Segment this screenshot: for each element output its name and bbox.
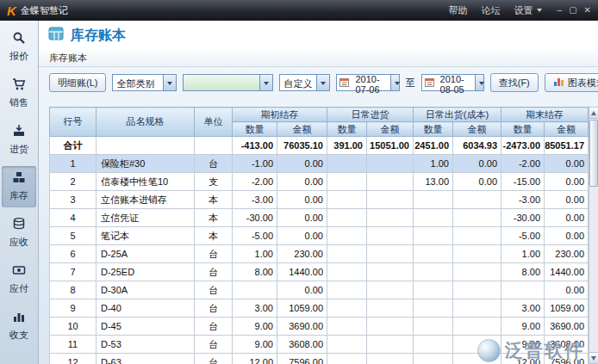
value-cell: [327, 354, 367, 364]
value-cell: [367, 227, 414, 245]
sidebar-item-inventory[interactable]: 库存: [2, 166, 36, 207]
header-daily-purchase: 日常进货: [327, 108, 414, 122]
chevron-down-icon: [259, 75, 272, 90]
header-qty: 数量: [501, 122, 545, 137]
main-content: 库存账本 库存账本 明细账(L) 全部类别 自定义: [39, 21, 598, 364]
date-range-value: 自定义: [280, 75, 316, 90]
sidebar-item-sales[interactable]: 销售: [2, 73, 36, 114]
total-value-cell: 15051.00: [367, 137, 414, 155]
unit-cell: 支: [195, 173, 233, 191]
menu-forum[interactable]: 论坛: [482, 4, 501, 17]
table-zone: 行号 品名规格 单位 期初结存 日常进货 日常出货(成本) 期末结存 数量 金额…: [49, 107, 598, 364]
scroll-up-icon[interactable]: [589, 108, 598, 119]
item-select[interactable]: [183, 74, 273, 91]
value-cell: 1059.00: [277, 299, 327, 318]
find-button[interactable]: 查找(F): [490, 73, 539, 92]
value-cell: [367, 318, 414, 336]
table-row[interactable]: 8D-30A台0.000.00: [50, 281, 589, 299]
value-cell: [414, 281, 453, 299]
value-cell: 7596.00: [277, 354, 327, 364]
unit-cell: 台: [195, 318, 233, 336]
item-name-cell: 立信凭证: [97, 209, 195, 227]
chart-mode-button[interactable]: 图表模式: [545, 73, 598, 92]
item-select-value: [184, 75, 259, 90]
table-row[interactable]: 3立信账本进销存本-3.000.00-3.000.00: [50, 191, 589, 209]
header-unit: 单位: [195, 108, 233, 137]
item-name-cell: D-25ED: [97, 263, 195, 281]
sidebar-item-purchase[interactable]: 进货: [2, 120, 36, 161]
value-cell: 3608.00: [545, 336, 589, 354]
table-row[interactable]: 6D-25A台1.00230.001.00230.00: [50, 245, 589, 263]
total-value-cell: -2473.00: [501, 137, 545, 155]
vertical-scrollbar[interactable]: [589, 107, 598, 364]
header-amount: 金额: [367, 122, 414, 137]
close-button[interactable]: ✕: [584, 6, 591, 15]
row-no-cell: 3: [50, 191, 97, 209]
menu-help[interactable]: 帮助: [449, 4, 468, 17]
item-name-cell: D-30A: [97, 281, 195, 299]
table-row[interactable]: 11D-53台9.003608.009.003608.00: [50, 336, 589, 354]
value-cell: 7596.00: [545, 354, 589, 364]
minimize-button[interactable]: –: [558, 6, 563, 15]
value-cell: [414, 209, 453, 227]
date-from-picker[interactable]: 2010-07-06: [336, 74, 399, 91]
unit-cell: 本: [195, 227, 233, 245]
row-no-cell: 9: [50, 299, 97, 318]
row-no-cell: 5: [50, 227, 97, 245]
detail-ledger-button[interactable]: 明细账(L): [49, 73, 106, 92]
value-cell: [367, 191, 414, 209]
value-cell: 13.00: [414, 173, 453, 191]
sidebar-item-quote[interactable]: 报价: [2, 27, 36, 68]
sidebar-item-payable[interactable]: 应付: [2, 259, 36, 300]
sidebar-item-income-expense[interactable]: 收支: [2, 305, 36, 347]
table-row[interactable]: 1保险柜#30台-1.000.001.000.00-2.000.00: [50, 155, 589, 173]
date-range-select[interactable]: 自定义: [279, 74, 330, 91]
value-cell: 1440.00: [545, 263, 589, 281]
row-no-cell: 6: [50, 245, 97, 263]
value-cell: [327, 245, 367, 263]
scroll-down-icon[interactable]: [589, 352, 598, 363]
value-cell: [367, 281, 414, 299]
value-cell: [327, 299, 367, 318]
value-cell: [367, 173, 414, 191]
chevron-down-icon: [163, 75, 176, 90]
table-row[interactable]: 4立信凭证本-30.000.00-30.000.00: [50, 209, 589, 227]
value-cell: 0.00: [545, 227, 589, 245]
value-cell: [453, 263, 501, 281]
date-to-picker[interactable]: 2010-08-05: [421, 74, 484, 91]
item-name-cell: D-53: [97, 336, 195, 354]
value-cell: 0.00: [277, 209, 327, 227]
table-row[interactable]: 9D-40台3.001059.003.001059.00: [50, 299, 589, 318]
maximize-button[interactable]: ▢: [569, 6, 576, 15]
value-cell: [414, 191, 453, 209]
menu-settings[interactable]: 设置: [514, 4, 542, 17]
table-row[interactable]: 2信泰楼中性笔10支-2.000.0013.000.00-15.000.00: [50, 173, 589, 191]
value-cell: [453, 227, 501, 245]
sidebar-item-label: 收支: [9, 329, 28, 342]
total-value-cell: 6034.93: [453, 137, 501, 155]
value-cell: 3.00: [501, 299, 545, 318]
table-row[interactable]: 12D-63台12.007596.0012.007596.00: [50, 354, 589, 364]
total-value-cell: 76035.10: [277, 137, 327, 155]
value-cell: 1440.00: [277, 263, 327, 281]
app-logo: K 金蝶智慧记: [7, 3, 68, 18]
value-cell: [453, 245, 501, 263]
page-title: 库存账本: [71, 27, 126, 45]
value-cell: [327, 173, 367, 191]
table-row[interactable]: 10D-45台9.003690.009.003690.00: [50, 318, 589, 336]
scrollbar-thumb[interactable]: [589, 120, 598, 187]
table-row[interactable]: 7D-25ED台8.001440.008.001440.00: [50, 263, 589, 281]
date-to-label: 至: [406, 77, 415, 89]
header-opening-balance: 期初结存: [233, 108, 327, 122]
table-row[interactable]: 5笔记本本-5.000.00-5.000.00: [50, 227, 589, 245]
page-header: 库存账本: [39, 21, 598, 50]
ledger-icon: [47, 25, 65, 46]
category-select[interactable]: 全部类别: [112, 74, 177, 91]
sidebar: 报价 销售 进货 库存 应收 应付: [0, 21, 39, 364]
value-cell: 1059.00: [545, 299, 589, 318]
value-cell: [414, 336, 453, 354]
sidebar-item-receivable[interactable]: 应收: [2, 213, 36, 254]
value-cell: [367, 354, 414, 364]
row-no-cell: 12: [50, 354, 97, 364]
value-cell: 230.00: [545, 245, 589, 263]
